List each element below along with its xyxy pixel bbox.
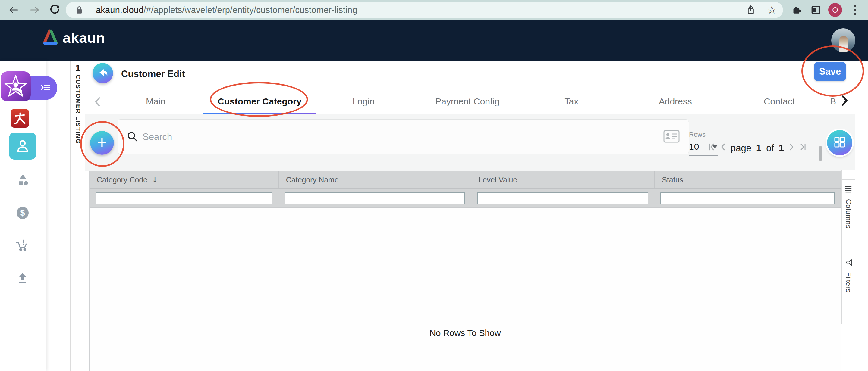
rows-value: 10 <box>689 141 699 152</box>
browser-forward-icon[interactable] <box>28 4 41 16</box>
rail-spacer <box>841 170 855 180</box>
filter-input-category-code[interactable] <box>96 192 273 204</box>
cart-icon[interactable] <box>16 239 29 252</box>
grid-view-button[interactable] <box>827 130 852 156</box>
rows-label: Rows <box>689 131 718 138</box>
tab-contact[interactable]: Contact <box>727 90 831 113</box>
expand-menu-icon <box>40 83 51 93</box>
tab-bar: Main Customer Category Login Payment Con… <box>104 90 831 113</box>
grid-filter-row <box>90 188 841 207</box>
columns-icon <box>844 186 852 194</box>
lock-icon <box>73 4 86 16</box>
empty-grid-message: No Rows To Show <box>430 328 501 338</box>
rows-underline <box>689 156 718 156</box>
dollar-icon[interactable]: $ <box>17 207 29 219</box>
search-box <box>118 119 689 155</box>
url-host: akaun.cloud <box>96 5 144 15</box>
column-header-category-name[interactable]: Category Name <box>278 171 471 188</box>
customer-applet-icon[interactable] <box>1 71 31 101</box>
extensions-puzzle-icon[interactable] <box>790 4 803 16</box>
workarea: $ 1 CUSTOMER LISTING Customer Edit Save … <box>0 61 868 371</box>
url-text: akaun.cloud/#/applets/wavelet/erp/entity… <box>96 5 358 15</box>
page-title: Customer Edit <box>121 69 185 79</box>
prev-page-icon[interactable] <box>720 143 726 154</box>
plus-icon: + <box>97 133 107 151</box>
browser-reload-icon[interactable] <box>48 4 61 16</box>
browser-menu-dots-icon[interactable] <box>849 4 861 16</box>
tab-overflow-partial[interactable]: B <box>830 96 836 107</box>
filter-funnel-icon <box>844 259 853 267</box>
tab-address[interactable]: Address <box>623 90 727 113</box>
tabs-scroll-left-icon[interactable] <box>93 96 101 108</box>
tab-login[interactable]: Login <box>312 90 415 113</box>
columns-panel-label: Columns <box>844 199 852 229</box>
data-grid: Category Code↓ Category Name Level Value… <box>89 171 841 371</box>
filters-panel-tab[interactable]: Filters <box>841 252 855 324</box>
save-button[interactable]: Save <box>814 62 846 81</box>
entity-applet-icon[interactable] <box>9 133 36 160</box>
search-input[interactable] <box>143 132 663 142</box>
column-header-status[interactable]: Status <box>654 171 841 188</box>
user-avatar[interactable] <box>831 28 855 53</box>
of-word: of <box>766 143 774 154</box>
app-header: akaun <box>0 20 868 61</box>
next-page-icon[interactable] <box>789 143 794 154</box>
tab-main[interactable]: Main <box>104 90 208 113</box>
filters-panel-label: Filters <box>844 272 852 293</box>
sort-desc-icon[interactable]: ↓ <box>152 175 158 184</box>
address-bar[interactable]: akaun.cloud/#/applets/wavelet/erp/entity… <box>66 2 783 18</box>
app-sidebar: $ <box>0 61 46 371</box>
columns-panel-tab[interactable]: Columns <box>841 179 855 252</box>
column-header-level-value[interactable]: Level Value <box>471 171 655 188</box>
page-total: 1 <box>779 143 784 154</box>
browser-profile-avatar[interactable]: O <box>828 3 842 17</box>
scrollbar-thumb[interactable] <box>819 146 822 161</box>
page-word: page <box>731 143 751 154</box>
side-panel-icon[interactable] <box>809 4 822 16</box>
workspace-tab-strip[interactable]: 1 CUSTOMER LISTING <box>70 61 85 371</box>
tab-tax[interactable]: Tax <box>519 90 623 113</box>
grid-icon <box>832 135 847 150</box>
contact-card-icon[interactable] <box>663 130 680 144</box>
share-icon[interactable] <box>744 4 757 16</box>
tabs-scroll-right-icon[interactable] <box>840 95 849 108</box>
browser-back-icon[interactable] <box>7 4 20 16</box>
search-icon <box>127 131 138 143</box>
upload-icon[interactable] <box>18 272 28 285</box>
bookmark-star-icon[interactable]: ☆ <box>766 3 778 16</box>
akaun-logo-icon <box>42 29 59 46</box>
browser-toolbar: akaun.cloud/#/applets/wavelet/erp/entity… <box>0 0 868 20</box>
tab-payment-config[interactable]: Payment Config <box>415 90 520 113</box>
tab-customer-category[interactable]: Customer Category <box>208 90 312 113</box>
workspace-tab-number: 1 <box>70 63 85 73</box>
grid-body: No Rows To Show <box>90 207 841 371</box>
url-path: /#/applets/wavelet/erp/entity/customer/c… <box>144 5 358 15</box>
last-page-icon[interactable] <box>799 143 806 154</box>
back-button[interactable] <box>93 63 113 83</box>
page-current: 1 <box>756 143 761 154</box>
column-header-category-code[interactable]: Category Code↓ <box>90 171 278 188</box>
filter-input-level-value[interactable] <box>477 192 649 204</box>
back-arrow-icon <box>97 67 108 79</box>
grid-side-panel: Columns Filters <box>841 170 855 324</box>
filter-input-status[interactable] <box>660 192 835 204</box>
filter-input-category-name[interactable] <box>284 192 465 204</box>
brand[interactable]: akaun <box>42 29 105 46</box>
main-content: Customer Edit Save Main Customer Categor… <box>85 61 855 371</box>
grid-header-row: Category Code↓ Category Name Level Value… <box>90 171 841 188</box>
brand-name: akaun <box>63 30 105 46</box>
first-page-icon[interactable] <box>708 143 715 154</box>
workspace-tab-label: CUSTOMER LISTING <box>74 75 82 144</box>
pagination: page 1 of 1 <box>708 141 806 155</box>
da-applet-icon[interactable] <box>10 109 29 128</box>
add-row-button[interactable]: + <box>90 131 114 155</box>
shapes-icon[interactable] <box>17 174 29 187</box>
